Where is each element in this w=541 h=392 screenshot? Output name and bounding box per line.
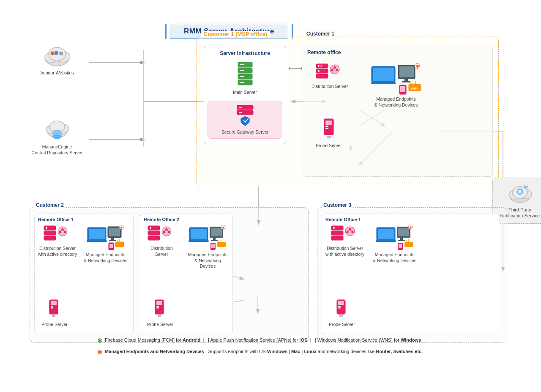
svg-marker-93 — [300, 67, 302, 70]
customer3-label: Customer 3 — [322, 202, 353, 208]
svg-rect-157 — [156, 306, 159, 307]
svg-rect-150 — [217, 242, 226, 247]
diagram-container: RMM Server Architecture 🐧 ⊞ — [4, 0, 537, 372]
svg-rect-175 — [400, 238, 403, 240]
svg-rect-178 — [399, 244, 402, 248]
cust1-remote-office-box: Remote office — [303, 46, 493, 177]
svg-text:✱: ✱ — [416, 64, 419, 69]
svg-text:✱: ✱ — [409, 226, 412, 229]
svg-rect-114 — [87, 240, 107, 242]
svg-point-61 — [318, 70, 320, 72]
svg-point-103 — [46, 227, 47, 229]
svg-rect-188 — [339, 315, 343, 317]
cust2-probe-label: Probe Server — [41, 322, 68, 328]
svg-rect-118 — [109, 240, 116, 241]
legend-section: ✱ Firebase Cloud Messaging (FCM) for And… — [97, 337, 528, 359]
svg-rect-73 — [325, 128, 328, 129]
legend-item1-text: Firebase Cloud Messaging (FCM) for Andro… — [105, 337, 421, 344]
svg-rect-79 — [399, 66, 414, 77]
cust3-managed-block: ✱ Managed Endpoints& Networking Devices — [373, 225, 416, 263]
manageengine-block: ManageEngineCentral Repository Server — [30, 118, 85, 156]
cust2-managed-endpoints-label: Managed Endpoints& Networking Devices — [84, 252, 127, 263]
customer1-msp-container: Customer 1 (MSP office) Server Infrastru… — [197, 36, 499, 188]
vendor-websites-label: Vendor Websites — [40, 70, 74, 76]
cust1-remote-office-title: Remote office — [307, 49, 341, 55]
cust2-remote2-title: Remote Office 2 — [144, 217, 179, 222]
cust3-managed-endpoints-label: Managed Endpoints& Networking Devices — [373, 252, 416, 263]
svg-rect-171 — [378, 229, 394, 239]
legend-green-asterisk: ✱ — [97, 337, 102, 345]
svg-point-41 — [53, 135, 61, 139]
svg-text:WiFi: WiFi — [411, 87, 418, 90]
svg-text:✱: ✱ — [120, 226, 123, 229]
cust3-probe-label: Probe Server — [329, 322, 355, 328]
svg-rect-186 — [338, 306, 341, 307]
svg-rect-116 — [109, 228, 120, 236]
svg-point-164 — [345, 227, 355, 236]
svg-point-135 — [162, 227, 171, 236]
title-accent-left — [165, 24, 167, 39]
cust3-dist-ad-block: Distribution Serverwith active directory — [325, 225, 364, 257]
cust2-remote2-content: Distribution Server — [144, 225, 229, 269]
svg-point-33 — [55, 51, 58, 54]
svg-rect-145 — [211, 228, 222, 236]
legend-orange-asterisk: ✱ — [97, 348, 102, 357]
svg-rect-80 — [404, 79, 408, 81]
cust2-remote1-box: Remote Office 1 — [34, 214, 134, 334]
svg-rect-147 — [211, 240, 218, 241]
svg-rect-146 — [213, 238, 216, 240]
cust1-managed-endpoints-block: WiFi ✱ Managed Endpoints& Networking Dev… — [371, 63, 421, 108]
svg-point-34 — [59, 52, 63, 55]
svg-rect-121 — [115, 242, 124, 247]
svg-rect-133 — [148, 231, 160, 235]
svg-text:✱: ✱ — [525, 186, 527, 189]
svg-point-132 — [150, 227, 151, 229]
cust2-probe-block: Probe Server — [41, 299, 68, 328]
cust1-dist-server-block: Distribution Server — [311, 63, 348, 90]
legend-item-2: ✱ Managed Endpoints and Networking Devic… — [97, 348, 528, 357]
cust2-managed2-endpoints-label: Managed Endpoints& Networking Devices — [186, 252, 229, 269]
customer1-msp-label: Customer 1 (MSP office) — [201, 31, 270, 37]
cust2-dist2-block: Distribution Server — [144, 225, 180, 257]
svg-rect-158 — [156, 307, 159, 309]
svg-rect-113 — [89, 229, 105, 239]
customer2-label: Customer 2 — [34, 202, 66, 208]
svg-rect-143 — [189, 240, 209, 242]
secure-gateway-label: Secure Gateway Server — [221, 129, 268, 135]
cust3-remote1-box: Remote Office 1 Distr — [322, 214, 499, 334]
vendor-websites-icon: 🐧 ⊞ — [42, 42, 72, 69]
svg-rect-142 — [191, 229, 207, 239]
svg-rect-172 — [376, 240, 396, 242]
svg-point-99 — [519, 190, 521, 193]
customer2-box: Customer 2 Remote Office 1 — [30, 207, 309, 343]
main-dist-arrow — [288, 65, 303, 72]
cust1-probe-server-block: Probe Server — [316, 118, 342, 149]
cust2-managed-block: ✱ Managed Endpoints& Networking Devices — [84, 225, 127, 263]
cust2-dist-ad-label: Distribution Serverwith active directory — [38, 246, 77, 257]
svg-rect-81 — [402, 81, 410, 82]
cust2-dist-ad-block: Distribution Serverwith active directory — [38, 225, 77, 257]
svg-rect-156 — [156, 301, 162, 305]
manageengine-label: ManageEngineCentral Repository Server — [32, 144, 83, 156]
main-server-block: Main Server — [208, 60, 282, 96]
legend-item-1: ✱ Firebase Cloud Messaging (FCM) for And… — [97, 337, 528, 345]
customer3-box: Customer 3 Remote Office 1 — [317, 207, 507, 343]
customer1-sub-label: Customer 1 — [305, 31, 336, 37]
svg-rect-62 — [316, 74, 328, 78]
svg-rect-128 — [51, 306, 53, 307]
cust1-probe-server-label: Probe Server — [316, 143, 342, 149]
svg-point-32 — [51, 52, 54, 55]
secure-gateway-block: Secure Gateway Server — [221, 104, 268, 135]
cust2-remote2-box: Remote Office 2 Distr — [140, 214, 233, 334]
svg-rect-127 — [51, 301, 57, 305]
svg-rect-134 — [148, 236, 160, 240]
svg-rect-185 — [338, 301, 344, 305]
cust2-probe2-block: Probe Server — [147, 299, 173, 328]
server-infra-box: Server Infrastructure Main Server — [204, 46, 286, 144]
svg-rect-105 — [44, 236, 56, 240]
svg-rect-72 — [325, 126, 328, 127]
svg-rect-74 — [327, 136, 331, 138]
secure-gateway-box: Secure Gateway Server — [208, 101, 282, 139]
connector-rect — [89, 50, 144, 147]
svg-rect-130 — [52, 315, 55, 317]
